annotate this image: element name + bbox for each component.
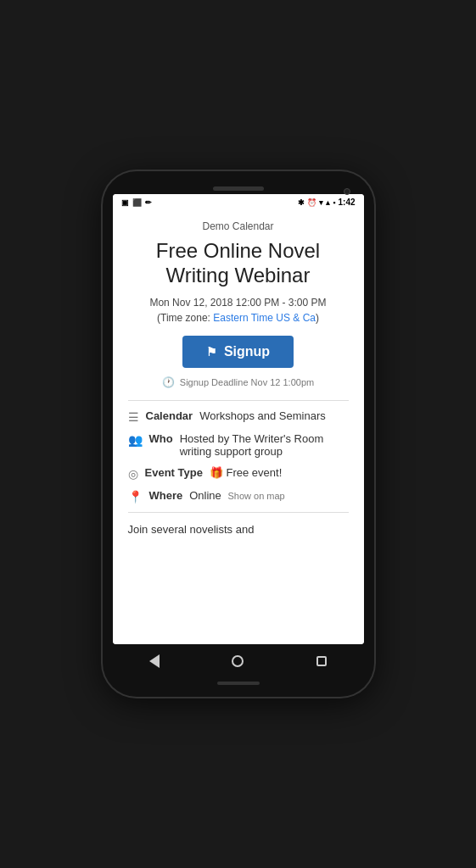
status-bar: ▣ ⬛ ✏ ✱ ⏰ ▾ ▴ ▪ 1:42: [113, 194, 364, 209]
bluetooth-icon: ✱: [298, 198, 305, 207]
wifi-icon: ▾: [319, 198, 323, 207]
free-event-text: Free event!: [227, 466, 283, 479]
bottom-slot: [217, 682, 260, 685]
timezone-link[interactable]: Eastern Time US & Ca: [213, 312, 316, 324]
event-type-label: Event Type: [145, 466, 203, 479]
timezone-line: (Time zone: Eastern Time US & Ca): [128, 312, 349, 324]
event-title: Free Online Novel Writing Webinar: [128, 239, 349, 288]
timezone-prefix: (Time zone:: [157, 312, 213, 324]
calendar-icon: ☰: [128, 410, 139, 424]
deadline-line: 🕐 Signup Deadline Nov 12 1:00pm: [128, 376, 349, 388]
event-type-icon: ◎: [128, 467, 138, 481]
home-button[interactable]: [227, 651, 248, 671]
where-value: Online Show on map: [189, 489, 348, 502]
calendar-name: Demo Calendar: [128, 220, 349, 232]
back-button[interactable]: [144, 651, 165, 671]
notification-icon-3: ✏: [145, 198, 152, 207]
nav-bar: [113, 644, 364, 676]
notification-icon-1: ▣: [121, 198, 129, 207]
who-value: Hosted by The Writer's Room writing supp…: [180, 432, 349, 458]
front-camera: [344, 188, 350, 195]
deadline-clock-icon: 🕐: [162, 376, 175, 388]
where-row: 📍 Where Online Show on map: [128, 489, 349, 504]
phone-screen: ▣ ⬛ ✏ ✱ ⏰ ▾ ▴ ▪ 1:42 Demo Calendar Free …: [113, 194, 364, 644]
home-icon: [232, 655, 244, 667]
content-area: Demo Calendar Free Online Novel Writing …: [113, 209, 364, 644]
deadline-text: Signup Deadline Nov 12 1:00pm: [180, 377, 314, 387]
who-label: Who: [149, 432, 173, 445]
divider-1: [128, 400, 349, 401]
where-icon: 📍: [128, 490, 143, 504]
battery-icon: ▪: [333, 198, 335, 207]
calendar-row: ☰ Calendar Workshops and Seminars: [128, 409, 349, 424]
where-label: Where: [149, 489, 183, 502]
event-type-value: 🎁 Free event!: [210, 466, 349, 479]
recents-icon: [316, 656, 327, 666]
where-place: Online: [189, 489, 221, 502]
alarm-icon: ⏰: [307, 198, 316, 207]
speaker: [213, 186, 264, 191]
status-left-icons: ▣ ⬛ ✏: [121, 198, 152, 207]
calendar-value: Workshops and Seminars: [199, 409, 348, 422]
divider-2: [128, 512, 349, 513]
free-event-emoji: 🎁: [210, 466, 223, 479]
who-icon: 👥: [128, 433, 143, 447]
notification-icon-2: ⬛: [132, 198, 142, 207]
clock: 1:42: [338, 198, 355, 207]
timezone-suffix: ): [316, 312, 319, 324]
description-preview: Join several novelists and: [128, 521, 349, 538]
phone-top-bar: [113, 181, 364, 194]
recents-button[interactable]: [311, 651, 332, 671]
back-icon: [149, 654, 160, 668]
who-row: 👥 Who Hosted by The Writer's Room writin…: [128, 432, 349, 458]
event-type-row: ◎ Event Type 🎁 Free event!: [128, 466, 349, 481]
bottom-chin: [113, 676, 364, 687]
event-datetime: Mon Nov 12, 2018 12:00 PM - 3:00 PM: [128, 297, 349, 309]
show-on-map-link[interactable]: Show on map: [227, 491, 284, 501]
signal-icon: ▴: [326, 198, 330, 207]
phone-device: ▣ ⬛ ✏ ✱ ⏰ ▾ ▴ ▪ 1:42 Demo Calendar Free …: [103, 171, 374, 697]
signup-button-container: ⚑ Signup: [128, 336, 349, 368]
signup-label: Signup: [224, 344, 270, 359]
calendar-label: Calendar: [146, 409, 193, 422]
status-right-icons: ✱ ⏰ ▾ ▴ ▪ 1:42: [298, 198, 355, 207]
signup-button[interactable]: ⚑ Signup: [182, 336, 294, 368]
flag-icon: ⚑: [206, 345, 217, 359]
